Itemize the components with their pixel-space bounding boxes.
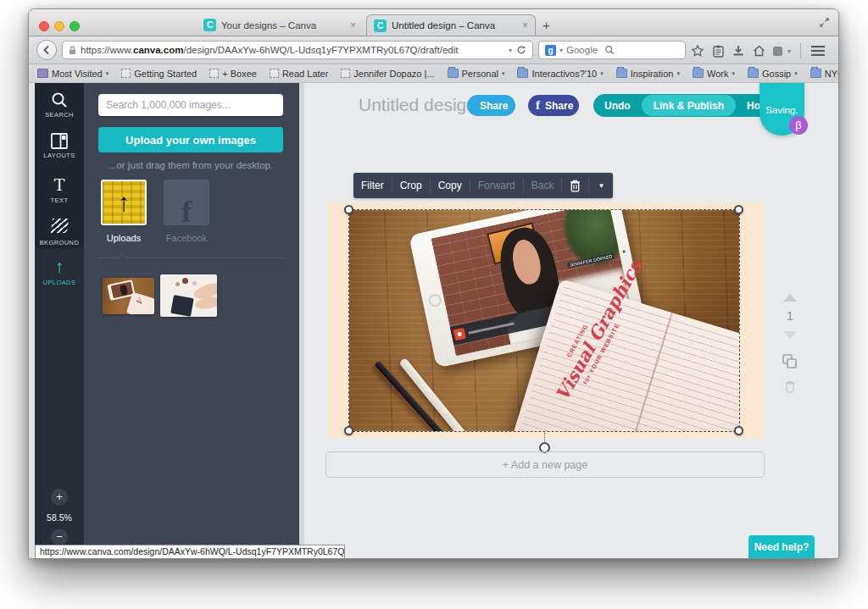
sidebar-item-layouts[interactable]: LAYOUTS [35, 133, 84, 159]
bookmark-item[interactable]: NYC▾ [810, 69, 838, 79]
divider-notch [117, 252, 128, 263]
minimize-window-button[interactable] [54, 21, 64, 31]
folder-icon [810, 69, 821, 78]
uploaded-image-thumbnail[interactable] [160, 274, 217, 317]
drag-hint-text: ...or just drag them from your desktop. [84, 160, 298, 170]
need-help-button[interactable]: Need help? [748, 535, 815, 558]
uploaded-image-thumbnail[interactable]: V [103, 278, 154, 314]
undo-button[interactable]: Undo [593, 100, 642, 112]
folder-icon [448, 69, 459, 78]
selected-photo[interactable]: JENNIFER DOPAZO CREATING Visual Graphics… [349, 210, 739, 431]
tab-your-designs[interactable]: C Your designs – Canva × [197, 14, 363, 36]
facebook-share-button[interactable]: f Share [528, 95, 579, 116]
bookmark-item[interactable]: Jennifer Dopazo |... [341, 69, 434, 79]
menu-icon[interactable] [811, 44, 825, 58]
page-down-icon[interactable] [783, 331, 797, 339]
sidebar-item-background[interactable]: BKGROUND [35, 219, 84, 246]
url-bar[interactable]: https://www.canva.com/design/DAAxYw-6hWQ… [62, 41, 533, 59]
image-search-input[interactable] [98, 94, 283, 116]
bookmark-item[interactable]: Read Later [270, 69, 328, 79]
twitter-share-button[interactable]: Share [467, 95, 515, 116]
bookmark-item[interactable]: Gossip▾ [748, 69, 798, 79]
upload-images-button[interactable]: Upload your own images [98, 127, 283, 152]
fullscreen-icon[interactable] [819, 17, 830, 28]
trash-icon [570, 180, 581, 192]
reload-icon[interactable] [516, 45, 526, 55]
new-tab-button[interactable]: + [542, 18, 550, 32]
uploads-source-card[interactable]: ↑ [101, 180, 147, 225]
close-window-button[interactable] [39, 21, 49, 31]
crop-button[interactable]: Crop [392, 178, 431, 193]
link-publish-button[interactable]: Link & Publish [642, 95, 736, 116]
dotted-icon [121, 69, 131, 78]
facebook-source-card[interactable]: f [164, 180, 209, 225]
title-bar[interactable]: C Your designs – Canva × C Untitled desi… [29, 9, 838, 36]
tab-untitled-design[interactable]: C Untitled design – Canva × [366, 14, 536, 36]
zoom-in-button[interactable]: + [51, 489, 68, 506]
bookmark-label: NYC [825, 69, 838, 79]
sidebar-item-text[interactable]: T TEXT [35, 177, 84, 204]
chevron-down-icon: ▾ [676, 70, 680, 77]
zoom-out-button[interactable]: − [51, 529, 68, 545]
selection-handle-top-left[interactable] [344, 205, 353, 214]
photo-pen [398, 357, 486, 431]
bookmark-label: Gossip [762, 69, 791, 79]
folder-purple-icon [37, 69, 48, 78]
bookmark-item[interactable]: Inspiration▾ [616, 69, 680, 79]
search-engine-label: Google [566, 45, 598, 55]
delete-page-icon[interactable] [784, 380, 796, 393]
bookmark-label: Most Visited [52, 69, 103, 79]
design-title[interactable]: Untitled design [359, 95, 476, 115]
google-favicon: g [545, 45, 556, 56]
search-bar[interactable]: g ▾ Google [538, 41, 686, 59]
folder-icon [748, 69, 759, 78]
bookmark-star-icon[interactable] [691, 44, 704, 58]
bookmarks-bar: Most Visited▾Getting Started+ BoxeeRead … [29, 64, 838, 83]
bookmark-item[interactable]: Getting Started [121, 69, 197, 79]
uploads-tab-label[interactable]: Uploads [101, 233, 147, 243]
back-button-layer[interactable]: Back [524, 178, 563, 193]
canva-favicon: C [203, 19, 216, 31]
beta-badge: β [789, 116, 808, 135]
bookmark-item[interactable]: Personal▾ [448, 69, 505, 79]
bookmark-item[interactable]: Most Visited▾ [37, 69, 108, 79]
add-page-button[interactable]: + Add a new page [326, 451, 765, 478]
chevron-down-icon[interactable]: ▾ [782, 44, 796, 58]
thumb-dot [175, 282, 180, 286]
bookmark-label: Getting Started [134, 69, 197, 79]
page-up-icon[interactable] [783, 294, 797, 302]
copy-button[interactable]: Copy [431, 178, 470, 193]
search-icon [51, 91, 68, 108]
chevron-down-icon[interactable]: ▾ [509, 47, 512, 54]
chevron-down-icon: ▾ [794, 70, 798, 77]
sidebar-item-search[interactable]: SEARCH [35, 91, 84, 119]
canva-app: SEARCH LAYOUTS T TEXT BKGROUND ↑ UPLOADS… [29, 83, 838, 558]
filter-button[interactable]: Filter [353, 178, 392, 193]
toolbar-dropdown-button[interactable]: ▼ [589, 182, 613, 190]
duplicate-page-icon[interactable] [782, 354, 797, 368]
tab-close-icon[interactable]: × [522, 20, 528, 30]
selection-handle-bottom-left[interactable] [344, 426, 353, 435]
delete-button[interactable] [562, 178, 589, 193]
bookmark-item[interactable]: + Boxee [209, 69, 257, 79]
tab-close-icon[interactable]: × [350, 20, 356, 30]
downloads-icon[interactable] [732, 44, 745, 58]
sidebar-item-uploads[interactable]: ↑ UPLOADS [35, 258, 84, 286]
tab-title: Your designs – Canva [221, 20, 345, 30]
home-icon[interactable] [752, 44, 765, 58]
zoom-window-button[interactable] [70, 21, 80, 31]
chevron-down-icon[interactable]: ▾ [559, 47, 563, 54]
bookmarks-menu-icon[interactable] [711, 44, 725, 58]
magnifier-icon[interactable] [604, 45, 615, 55]
selection-handle-bottom-right[interactable] [734, 426, 743, 435]
url-text: https://www.canva.com/design/DAAxYw-6hWQ… [81, 45, 459, 55]
facebook-tab-label[interactable]: Facebook [164, 233, 209, 243]
bookmark-label: Personal [462, 69, 498, 79]
forward-button[interactable]: Forward [470, 178, 524, 193]
folder-icon [616, 69, 627, 78]
bookmark-item[interactable]: Work▾ [693, 69, 735, 79]
selection-handle-top-right[interactable] [734, 205, 743, 214]
bookmark-item[interactable]: Interactivos?'10▾ [517, 69, 603, 79]
back-button[interactable] [36, 40, 57, 60]
dotted-icon [270, 69, 279, 78]
